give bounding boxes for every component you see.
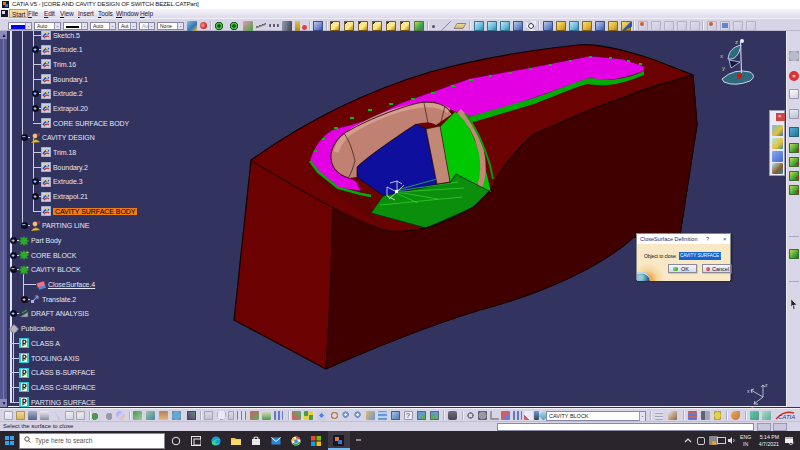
- svg-text:+: +: [26, 250, 29, 255]
- svg-text:x: x: [720, 53, 723, 59]
- svg-text:z: z: [765, 382, 768, 388]
- svg-text:z: z: [735, 39, 738, 45]
- svg-text:CATIA: CATIA: [778, 414, 795, 420]
- svg-text:+: +: [26, 265, 29, 270]
- svg-text:y: y: [722, 65, 725, 71]
- svg-text:x: x: [747, 388, 750, 394]
